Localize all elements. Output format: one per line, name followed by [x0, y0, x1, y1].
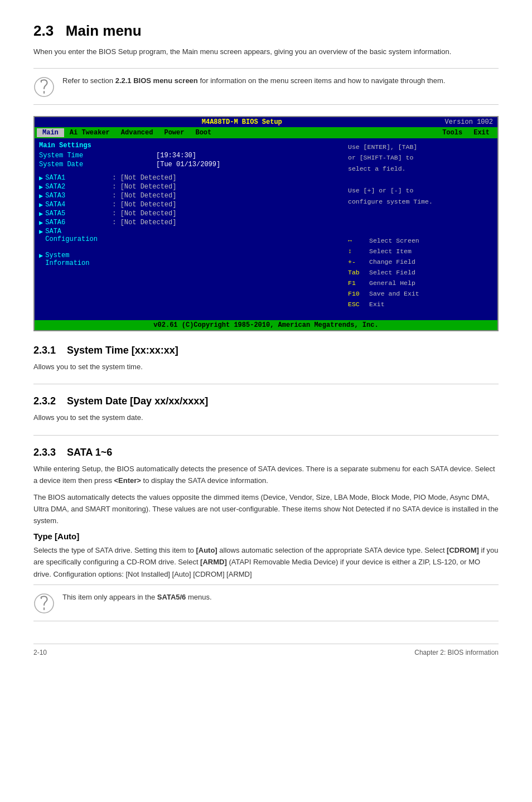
bios-sata2-label: SATA2	[45, 183, 112, 191]
bios-arrow-sata2: ▶	[39, 183, 43, 191]
bios-sata-config-label: SATA Configuration	[45, 228, 112, 243]
bios-key-f10: F10	[348, 289, 365, 299]
bios-system-date-label: System Date	[39, 161, 151, 168]
bios-title-right: Version 1002	[445, 118, 493, 126]
bios-key-change-field: +- Change Field	[348, 257, 493, 268]
bios-key-save-exit: F10 Save and Exit	[348, 289, 493, 299]
bios-arrow-sata3: ▶	[39, 192, 43, 200]
bios-sata6-label: SATA6	[45, 219, 112, 226]
bios-key-change-field-desc: Change Field	[369, 257, 415, 268]
section-title: 2.3 Main menu	[33, 22, 499, 40]
bios-system-info: ▶ System Information	[39, 252, 344, 267]
bios-key-select-field: Tab Select Field	[348, 268, 493, 278]
bios-right-panel: Use [ENTER], [TAB] or [SHIFT-TAB] to sel…	[348, 142, 493, 317]
bios-menu-advanced: Advanced	[115, 128, 159, 137]
bios-arrow-system-info: ▶	[39, 252, 43, 260]
divider-1	[33, 384, 499, 384]
bios-key-updown: ↕	[348, 247, 365, 257]
section-231: 2.3.1 System Time [xx:xx:xx] Allows you …	[33, 345, 499, 373]
note-text-2: This item only appears in the SATA5/6 me…	[62, 592, 212, 603]
bios-menu-exit: Exit	[468, 128, 495, 137]
bios-menu-tools: Tools	[437, 128, 468, 137]
footer-right: Chapter 2: BIOS information	[414, 649, 499, 656]
note-icon-1	[33, 76, 55, 98]
bios-arrow-sata4: ▶	[39, 201, 43, 209]
bios-system-time-value: [19:34:30]	[156, 152, 196, 160]
bios-sata1-value: : [Not Detected]	[112, 174, 176, 182]
bios-title-center: M4A88TD-M BIOS Setup	[202, 118, 282, 126]
bios-screenshot: M4A88TD-M BIOS Setup Version 1002 Main A…	[33, 116, 499, 331]
bios-sata6: ▶ SATA6 : [Not Detected]	[39, 219, 344, 227]
bios-system-date-value: [Tue 01/13/2099]	[156, 161, 220, 168]
bios-arrow-sata1: ▶	[39, 174, 43, 182]
bios-sata5: ▶ SATA5 : [Not Detected]	[39, 210, 344, 218]
bios-key-tab: Tab	[348, 268, 365, 278]
section-233-body2: The BIOS automatically detects the value…	[33, 491, 499, 527]
bios-sata6-value: : [Not Detected]	[112, 219, 176, 226]
bios-arrow-sata-config: ▶	[39, 228, 43, 236]
bios-key-esc: ESC	[348, 299, 365, 310]
bios-key-exit-desc: Exit	[369, 299, 385, 310]
section-233-sub-heading: Type [Auto]	[33, 532, 499, 541]
section-233: 2.3.3 SATA 1~6 While entering Setup, the…	[33, 447, 499, 622]
section-233-sub-body: Selects the type of SATA drive. Setting …	[33, 544, 499, 580]
bios-arrow-sata6: ▶	[39, 219, 43, 227]
bios-menu-main: Main	[37, 128, 64, 137]
section-231-title: 2.3.1 System Time [xx:xx:xx]	[33, 345, 499, 356]
bios-key-f1: F1	[348, 278, 365, 289]
bios-key-general-help-desc: General Help	[369, 278, 415, 289]
bios-menubar: Main Ai Tweaker Advanced Power Boot Tool…	[35, 127, 497, 138]
bios-key-select-screen-desc: Select Screen	[369, 236, 419, 247]
bios-sata2: ▶ SATA2 : [Not Detected]	[39, 183, 344, 191]
bios-menu-power: Power	[158, 128, 190, 137]
bios-key-arrows: ↔	[348, 236, 365, 247]
bios-key-select-item: ↕ Select Item	[348, 247, 493, 257]
bios-arrow-sata5: ▶	[39, 210, 43, 218]
bios-sata4-value: : [Not Detected]	[112, 201, 176, 209]
bios-sata3: ▶ SATA3 : [Not Detected]	[39, 192, 344, 200]
bios-key-select-field-desc: Select Field	[369, 268, 415, 278]
note-text-1: Refer to section 2.2.1 BIOS menu screen …	[62, 75, 445, 87]
section-231-body: Allows you to set the system time.	[33, 361, 499, 373]
bios-help-section: Use [ENTER], [TAB] or [SHIFT-TAB] to sel…	[348, 142, 493, 207]
bios-sata2-value: : [Not Detected]	[112, 183, 176, 191]
bios-sata5-value: : [Not Detected]	[112, 210, 176, 218]
bios-sata4-label: SATA4	[45, 201, 112, 209]
bios-main-settings: Main Settings	[39, 142, 344, 149]
bios-system-info-label: System Information	[45, 252, 112, 267]
footer-left: 2-10	[33, 649, 47, 656]
bios-key-select-screen: ↔ Select Screen	[348, 236, 493, 247]
bios-sata1-label: SATA1	[45, 174, 112, 182]
note-box-2: This item only appears in the SATA5/6 me…	[33, 584, 499, 621]
bios-key-save-exit-desc: Save and Exit	[369, 289, 419, 299]
bios-sata5-label: SATA5	[45, 210, 112, 218]
section-232-title: 2.3.2 System Date [Day xx/xx/xxxx]	[33, 395, 499, 407]
section-232-body: Allows you to set the system date.	[33, 412, 499, 423]
intro-text: When you enter the BIOS Setup program, t…	[33, 46, 499, 58]
bios-menu-boot: Boot	[190, 128, 217, 137]
section-233-title: 2.3.3 SATA 1~6	[33, 447, 499, 458]
bios-system-time-row: System Time [19:34:30]	[39, 152, 344, 160]
bios-key-exit: ESC Exit	[348, 299, 493, 310]
note-icon-2	[33, 593, 55, 614]
bios-titlebar: M4A88TD-M BIOS Setup Version 1002	[35, 117, 497, 127]
bios-system-date-row: System Date [Tue 01/13/2099]	[39, 161, 344, 168]
bios-sata4: ▶ SATA4 : [Not Detected]	[39, 201, 344, 209]
page-footer: 2-10 Chapter 2: BIOS information	[33, 644, 499, 656]
bios-body: Main Settings System Time [19:34:30] Sys…	[35, 138, 497, 320]
bios-key-general-help: F1 General Help	[348, 278, 493, 289]
bios-system-time-label: System Time	[39, 152, 151, 160]
bios-footer: v02.61 (C)Copyright 1985-2010, American …	[35, 320, 497, 330]
bios-key-plusminus: +-	[348, 257, 365, 268]
bios-menu-aitweaker: Ai Tweaker	[64, 128, 115, 137]
bios-keys-section: ↔ Select Screen ↕ Select Item +- Change …	[348, 236, 493, 310]
bios-sata3-label: SATA3	[45, 192, 112, 200]
note-box-1: Refer to section 2.2.1 BIOS menu screen …	[33, 68, 499, 105]
bios-sata1: ▶ SATA1 : [Not Detected]	[39, 174, 344, 182]
bios-key-select-item-desc: Select Item	[369, 247, 412, 257]
bios-sata3-value: : [Not Detected]	[112, 192, 176, 200]
bios-sata-config: ▶ SATA Configuration	[39, 228, 344, 243]
divider-2	[33, 435, 499, 436]
section-232: 2.3.2 System Date [Day xx/xx/xxxx] Allow…	[33, 395, 499, 423]
section-233-body1: While entering Setup, the BIOS automatic…	[33, 463, 499, 487]
